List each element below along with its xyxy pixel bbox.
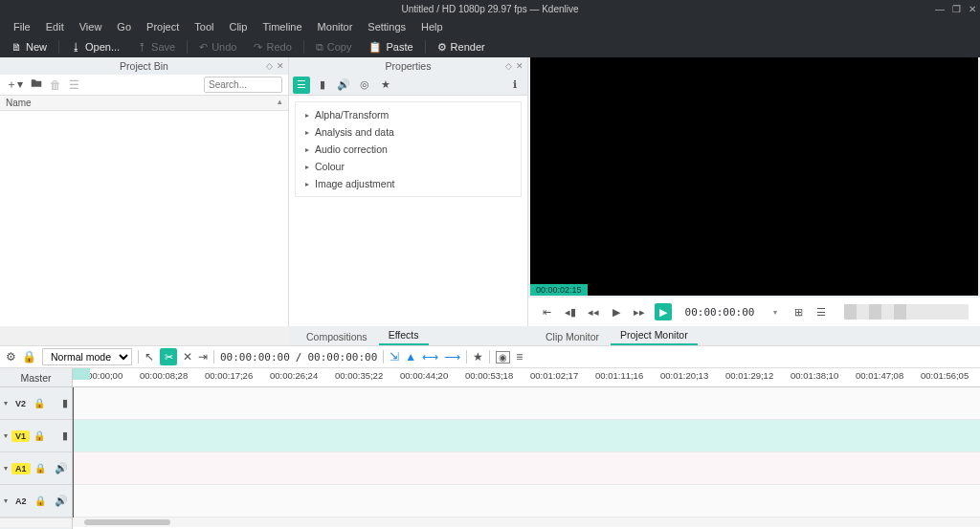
list-icon[interactable]: ☰ (813, 306, 829, 319)
video-icon[interactable]: ▮ (62, 397, 68, 409)
track-header-a1[interactable]: ▾ A1 🔒 🔊 (0, 452, 72, 485)
track-v2[interactable] (73, 387, 980, 420)
favorite-icon[interactable]: ★ (473, 350, 483, 364)
track-v1[interactable] (73, 420, 980, 452)
bin-list[interactable] (0, 111, 288, 326)
menu-help[interactable]: Help (413, 21, 451, 33)
maximize-button[interactable]: ❐ (952, 4, 961, 14)
timeline-scrollbar[interactable] (73, 518, 980, 527)
float-icon[interactable]: ◇ (266, 61, 273, 71)
preview-render-icon[interactable]: ◉ (496, 351, 510, 364)
favorite-effects-icon[interactable]: ★ (377, 77, 394, 94)
timeline-ruler[interactable]: 00:00:00;00 00:00:08;28 00:00:17;26 00:0… (73, 368, 980, 387)
video-effects-icon[interactable]: ▮ (314, 77, 331, 94)
new-button[interactable]: 🗎New (4, 39, 55, 55)
menu-project[interactable]: Project (139, 21, 187, 33)
prev-point-button[interactable]: ◂▮ (563, 306, 578, 319)
menu-settings[interactable]: Settings (360, 21, 413, 33)
bin-list-header[interactable]: Name ▴ (0, 96, 288, 111)
play-button[interactable]: ▶ (609, 306, 624, 319)
forward-button[interactable]: ▸▸ (632, 306, 647, 319)
redo-button[interactable]: ↷Redo (246, 39, 299, 55)
gear-icon[interactable]: ⚙ (6, 350, 16, 364)
video-icon[interactable]: ▮ (62, 430, 68, 442)
audio-icon[interactable]: 🔊 (55, 495, 68, 507)
menu-edit[interactable]: Edit (38, 21, 72, 33)
lock-icon[interactable]: 🔒 (22, 350, 36, 364)
paste-button[interactable]: 📋Paste (361, 39, 420, 55)
playhead-marker[interactable] (73, 368, 90, 380)
close-panel-icon[interactable]: ✕ (516, 61, 523, 71)
lock-icon[interactable]: 🔒 (33, 430, 45, 441)
close-panel-icon[interactable]: ✕ (277, 61, 284, 71)
tab-project-monitor[interactable]: Project Monitor (611, 326, 698, 345)
monitor-timecode[interactable]: 00:00:00:00 (685, 306, 755, 319)
open-button[interactable]: ⭳Open... (63, 39, 127, 55)
track-header-a2[interactable]: ▾ A2 🔒 🔊 (0, 485, 72, 518)
timeline-cursor-time[interactable]: 00:00:00:00 (220, 351, 290, 364)
playhead[interactable] (73, 387, 74, 518)
track-a1[interactable] (73, 452, 980, 485)
zone-out-icon[interactable]: ▲ (405, 350, 416, 364)
menu-monitor[interactable]: Monitor (310, 21, 361, 33)
tracks-area[interactable] (73, 387, 980, 518)
track-body[interactable]: 00:00:00;00 00:00:08;28 00:00:17;26 00:0… (73, 368, 980, 529)
effect-category[interactable]: ▸Colour (296, 158, 521, 175)
properties-header[interactable]: Properties ◇✕ (289, 57, 527, 75)
close-button[interactable]: ✕ (969, 4, 976, 14)
grid-icon[interactable]: ⊞ (791, 306, 806, 319)
scrollbar-thumb[interactable] (84, 519, 170, 525)
lock-icon[interactable]: 🔒 (34, 463, 46, 474)
monitor-thumbnail-strip[interactable] (844, 304, 969, 320)
effect-category[interactable]: ▸Audio correction (296, 141, 521, 158)
tab-effects[interactable]: Effects (379, 326, 429, 345)
monitor-caret-icon[interactable]: ▾ (768, 308, 783, 317)
selection-tool-button[interactable]: ↖ (145, 350, 154, 364)
search-input[interactable] (204, 77, 282, 93)
insert-icon[interactable]: ⟶ (444, 350, 460, 364)
razor-tool-button[interactable]: ✂ (160, 348, 177, 365)
options-icon[interactable]: ≡ (516, 350, 523, 364)
overwrite-icon[interactable]: ⟷ (422, 350, 438, 364)
save-button[interactable]: ⭱Save (129, 39, 183, 55)
copy-button[interactable]: ⧉Copy (308, 39, 360, 55)
info-icon[interactable]: ℹ (506, 77, 523, 94)
effect-category[interactable]: ▸Alpha/Transform (296, 106, 521, 123)
undo-button[interactable]: ↶Undo (191, 39, 244, 55)
track-header-v2[interactable]: ▾ V2 🔒 ▮ (0, 387, 72, 420)
effect-category[interactable]: ▸Analysis and data (296, 123, 521, 141)
tag-button[interactable]: ☰ (69, 78, 79, 92)
play-zone-button[interactable]: ▶ (655, 303, 672, 320)
go-start-button[interactable]: ⇤ (540, 306, 555, 319)
edit-mode-select[interactable]: Normal mode (42, 348, 132, 365)
menu-go[interactable]: Go (109, 21, 139, 33)
menu-clip[interactable]: Clip (221, 21, 255, 33)
spacer-tool-button[interactable]: ✕ (183, 350, 192, 364)
rewind-button[interactable]: ◂◂ (586, 306, 601, 319)
add-folder-button[interactable] (31, 77, 42, 92)
menu-view[interactable]: View (72, 21, 110, 33)
track-a2[interactable] (73, 485, 980, 518)
delete-clip-button[interactable]: 🗑 (50, 78, 61, 92)
audio-effects-icon[interactable]: 🔊 (335, 77, 352, 94)
tab-compositions[interactable]: Compositions (297, 328, 377, 345)
float-icon[interactable]: ◇ (505, 61, 512, 71)
lock-icon[interactable]: 🔒 (34, 496, 46, 506)
audio-icon[interactable]: 🔊 (55, 462, 68, 474)
track-header-v1[interactable]: ▾ V1 🔒 ▮ (0, 420, 72, 452)
render-button[interactable]: ⚙Render (430, 39, 493, 55)
effect-category[interactable]: ▸Image adjustment (296, 175, 521, 192)
menu-file[interactable]: File (6, 21, 38, 33)
master-track-button[interactable]: Master (0, 368, 72, 387)
custom-effects-icon[interactable]: ◎ (356, 77, 373, 94)
minimize-button[interactable]: — (935, 4, 945, 14)
effects-main-button[interactable]: ☰ (293, 77, 310, 94)
tab-clip-monitor[interactable]: Clip Monitor (536, 328, 609, 345)
lock-icon[interactable]: 🔒 (33, 398, 45, 408)
add-clip-button[interactable]: ＋▾ (6, 77, 23, 93)
menu-tool[interactable]: Tool (187, 21, 221, 33)
snap-button[interactable]: ⇥ (198, 350, 208, 364)
menu-timeline[interactable]: Timeline (255, 21, 309, 33)
project-bin-header[interactable]: Project Bin ◇✕ (0, 57, 288, 75)
monitor-view[interactable]: 00:00:02:15 (530, 57, 978, 296)
